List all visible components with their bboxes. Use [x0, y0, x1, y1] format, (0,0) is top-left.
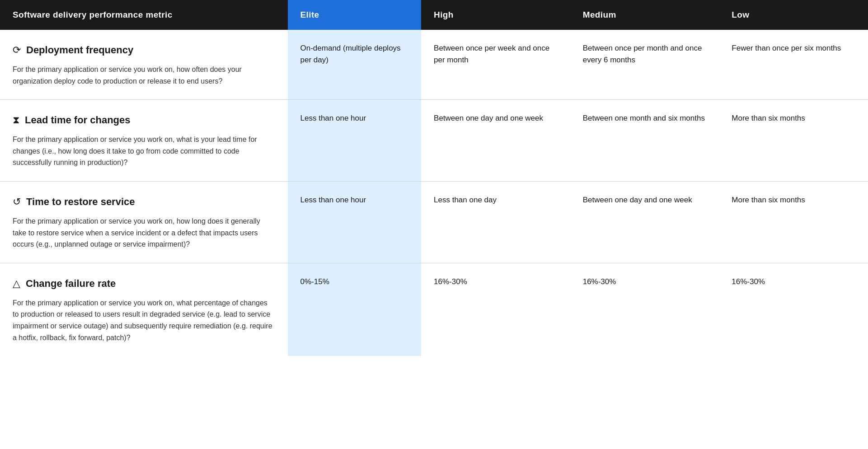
elite-value-2: Less than one hour	[288, 181, 422, 263]
elite-value-3: 0%-15%	[288, 263, 422, 356]
metric-title-3: Change failure rate	[26, 276, 116, 291]
restore-service-icon: ↺	[13, 194, 21, 209]
metric-cell-1: ⧗Lead time for changesFor the primary ap…	[0, 100, 288, 182]
table-row: ↺Time to restore serviceFor the primary …	[0, 181, 868, 263]
elite-column-header: Elite	[288, 0, 422, 30]
metric-cell-2: ↺Time to restore serviceFor the primary …	[0, 181, 288, 263]
metric-cell-0: ⟳Deployment frequencyFor the primary app…	[0, 30, 288, 100]
medium-column-header: Medium	[570, 0, 719, 30]
metric-title-1: Lead time for changes	[25, 112, 131, 127]
medium-value-1: Between one month and six months	[570, 100, 719, 182]
high-value-3: 16%-30%	[421, 263, 570, 356]
medium-value-3: 16%-30%	[570, 263, 719, 356]
low-column-header: Low	[719, 0, 868, 30]
metric-title-0: Deployment frequency	[26, 42, 133, 57]
medium-value-0: Between once per month and once every 6 …	[570, 30, 719, 100]
metric-cell-3: △Change failure rateFor the primary appl…	[0, 263, 288, 356]
metric-title-2: Time to restore service	[26, 194, 135, 209]
table-row: ⧗Lead time for changesFor the primary ap…	[0, 100, 868, 182]
change-failure-rate-icon: △	[13, 276, 20, 291]
metric-description-1: For the primary application or service y…	[13, 134, 275, 168]
medium-value-2: Between one day and one week	[570, 181, 719, 263]
metric-description-3: For the primary application or service y…	[13, 297, 275, 343]
low-value-2: More than six months	[719, 181, 868, 263]
low-value-1: More than six months	[719, 100, 868, 182]
table-row: ⟳Deployment frequencyFor the primary app…	[0, 30, 868, 100]
elite-value-1: Less than one hour	[288, 100, 422, 182]
performance-metrics-table: Software delivery performance metric Eli…	[0, 0, 868, 356]
metric-description-2: For the primary application or service y…	[13, 215, 275, 250]
high-value-1: Between one day and one week	[421, 100, 570, 182]
elite-value-0: On-demand (multiple deploys per day)	[288, 30, 422, 100]
lead-time-icon: ⧗	[13, 112, 19, 127]
low-value-0: Fewer than once per six months	[719, 30, 868, 100]
high-value-2: Less than one day	[421, 181, 570, 263]
metric-column-header: Software delivery performance metric	[0, 0, 288, 30]
high-column-header: High	[421, 0, 570, 30]
table-row: △Change failure rateFor the primary appl…	[0, 263, 868, 356]
high-value-0: Between once per week and once per month	[421, 30, 570, 100]
metric-description-0: For the primary application or service y…	[13, 64, 275, 87]
low-value-3: 16%-30%	[719, 263, 868, 356]
deployment-frequency-icon: ⟳	[13, 42, 21, 57]
